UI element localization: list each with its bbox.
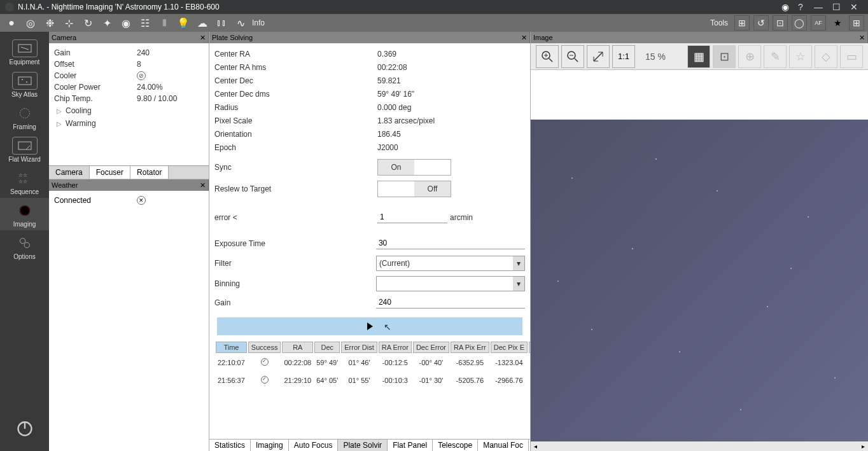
zoom-in-button[interactable]: [536, 45, 559, 68]
fit-button[interactable]: [587, 45, 610, 68]
tool-star-icon[interactable]: ★: [830, 15, 845, 31]
svg-text:☆☆: ☆☆: [18, 179, 27, 184]
tool-graph-icon[interactable]: ∿: [233, 15, 248, 31]
tool-record-icon[interactable]: ◉: [118, 15, 134, 31]
help-icon[interactable]: ?: [792, 2, 809, 12]
th-raerror[interactable]: RA Error: [379, 342, 412, 353]
nav-equipment[interactable]: Equipment: [0, 36, 49, 68]
tool-focus-icon[interactable]: ⊡: [773, 15, 788, 31]
connected-icon: ✕: [137, 196, 146, 205]
warming-expander[interactable]: ▷Warming: [54, 117, 204, 130]
th-ra[interactable]: RA: [282, 342, 313, 353]
binning-select[interactable]: ▾: [376, 276, 525, 291]
crosshair-icon[interactable]: ⊕: [738, 45, 761, 68]
cooler-power-value: 24.00%: [137, 83, 163, 92]
tool-rotate-icon[interactable]: ↻: [80, 15, 95, 31]
wand-icon[interactable]: ✎: [764, 45, 787, 68]
tool-telescope-icon[interactable]: ✦: [99, 15, 115, 31]
close-icon[interactable]: ✕: [200, 181, 206, 190]
tool-af-icon[interactable]: AF: [811, 15, 826, 31]
tool-cloud-icon[interactable]: ☁: [195, 15, 210, 31]
grid-icon[interactable]: ▦: [687, 45, 710, 68]
tool-levels-icon[interactable]: ☷: [137, 15, 153, 31]
exposure-input[interactable]: [376, 237, 525, 249]
th-orient[interactable]: Orientatio: [529, 342, 530, 353]
sync-on: On: [378, 160, 414, 175]
tool-aperture-icon[interactable]: ◎: [23, 15, 38, 31]
btab-telescope[interactable]: Telescope: [433, 440, 478, 451]
target-display-icon[interactable]: ⊡: [713, 45, 736, 68]
th-dec[interactable]: Dec: [314, 342, 340, 353]
th-rapix[interactable]: RA Pix Err: [451, 342, 489, 353]
eye-icon[interactable]: ◉: [781, 2, 789, 12]
zoom-out-button[interactable]: [561, 45, 584, 68]
nav-sequence[interactable]: ☆☆☆☆Sequence: [0, 165, 49, 198]
nav-imaging[interactable]: Imaging: [0, 198, 49, 230]
th-time[interactable]: Time: [216, 342, 247, 353]
btab-manualfocus[interactable]: Manual Foc: [478, 440, 529, 451]
tab-rotator[interactable]: Rotator: [130, 166, 169, 179]
cooling-expander[interactable]: ▷Cooling: [54, 104, 204, 117]
nav-flat-wizard[interactable]: Flat Wizard: [0, 133, 49, 165]
btab-imaging[interactable]: Imaging: [251, 440, 289, 451]
scroll-left-icon[interactable]: ◂: [531, 443, 540, 450]
btab-flatpanel[interactable]: Flat Panel: [388, 440, 433, 451]
box-icon[interactable]: ▭: [840, 45, 863, 68]
btab-autofocus[interactable]: Auto Focus: [289, 440, 339, 451]
close-icon[interactable]: ✕: [859, 34, 865, 42]
nav-framing[interactable]: Framing: [0, 101, 49, 133]
center-dec-dms-label: Center Dec dms: [214, 90, 377, 99]
tool-bulb-icon[interactable]: 💡: [176, 15, 191, 31]
tool-chart-icon[interactable]: ⫾⫾: [214, 15, 229, 31]
tool-filter-icon[interactable]: ❉: [42, 15, 57, 31]
close-icon[interactable]: ✕: [200, 34, 206, 42]
maximize-button[interactable]: ☐: [827, 2, 845, 12]
image-canvas[interactable]: ◂ ▸: [531, 70, 868, 451]
one-to-one-button[interactable]: 1:1: [612, 45, 635, 68]
gain-label: Gain: [54, 48, 137, 57]
btab-statistics[interactable]: Statistics: [209, 440, 251, 451]
svg-point-3: [22, 79, 23, 80]
star-mark-icon[interactable]: ☆: [789, 45, 812, 68]
table-row[interactable]: 22:10:07 00:22:08 59° 49' 01° 46' -00:12…: [216, 354, 530, 371]
nav-sky-atlas[interactable]: Sky Atlas: [0, 68, 49, 101]
filter-label: Filter: [214, 259, 376, 268]
tool-target-icon[interactable]: ⊹: [61, 15, 76, 31]
th-errordist[interactable]: Error Dist: [341, 342, 377, 353]
power-button[interactable]: [16, 420, 34, 440]
scroll-right-icon[interactable]: ▸: [858, 443, 868, 450]
tool-grid-icon[interactable]: ⊞: [734, 15, 750, 31]
results-table: Time Success RA Dec Error Dist RA Error …: [214, 340, 530, 390]
table-row[interactable]: 21:56:37 21:29:10 64° 05' 01° 55' -00:10…: [216, 372, 530, 389]
filter-select[interactable]: (Current)▾: [376, 256, 525, 271]
sync-toggle[interactable]: On: [377, 159, 451, 176]
success-icon: [261, 376, 269, 384]
th-decerror[interactable]: Dec Error: [413, 342, 449, 353]
tool-circle-icon[interactable]: ●: [4, 15, 19, 31]
error-input[interactable]: [377, 211, 447, 223]
tool-history-icon[interactable]: ↺: [753, 15, 769, 31]
nav-options[interactable]: Options: [0, 230, 49, 263]
th-success[interactable]: Success: [248, 342, 281, 353]
tab-focuser[interactable]: Focuser: [90, 166, 130, 179]
minimize-button[interactable]: —: [809, 2, 827, 12]
chip-temp-label: Chip Temp.: [54, 94, 137, 103]
th-decpix[interactable]: Dec Pix E: [491, 342, 528, 353]
tool-circle2-icon[interactable]: ◯: [792, 15, 807, 31]
offset-value: 8: [137, 60, 141, 69]
tool-calc-icon[interactable]: ⊞: [849, 15, 864, 31]
svg-rect-6: [18, 142, 31, 149]
camera-panel-header: Camera ✕: [49, 32, 209, 43]
measure-icon[interactable]: ◇: [815, 45, 837, 68]
tab-camera[interactable]: Camera: [49, 166, 90, 179]
close-icon[interactable]: ✕: [521, 34, 527, 42]
close-button[interactable]: ✕: [845, 2, 863, 12]
plate-gain-input[interactable]: [376, 296, 525, 309]
btab-platesolving[interactable]: Plate Solvir: [338, 440, 388, 451]
solve-button[interactable]: ↖: [217, 317, 522, 335]
bottom-tabs: Statistics Imaging Auto Focus Plate Solv…: [209, 439, 530, 451]
info-label[interactable]: Info: [252, 15, 265, 31]
reslew-toggle[interactable]: Off: [377, 181, 451, 197]
horizontal-scrollbar[interactable]: ◂ ▸: [531, 441, 868, 451]
tool-equalizer-icon[interactable]: ⦀: [157, 15, 172, 31]
